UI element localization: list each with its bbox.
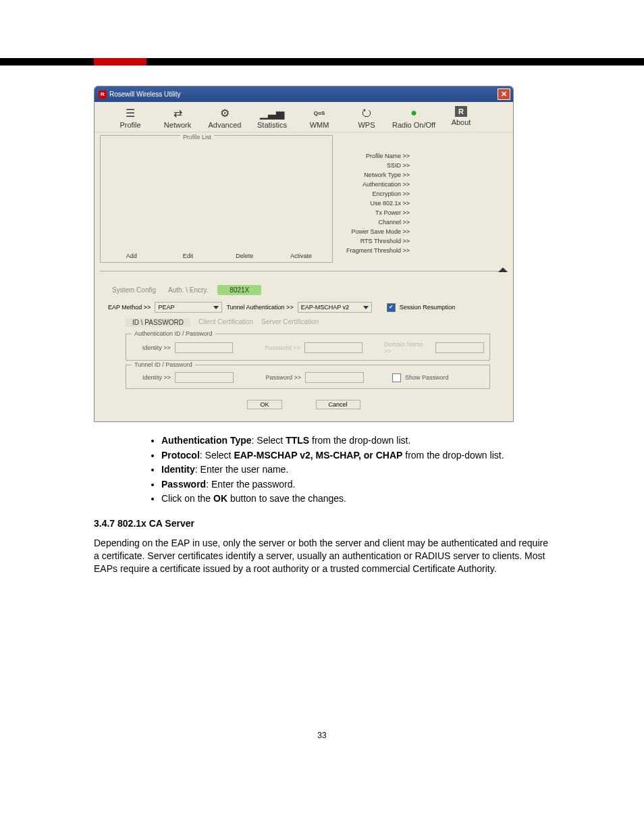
tab-about[interactable]: RAbout bbox=[437, 106, 485, 129]
tunnel-auth-label: Tunnel Authentication >> bbox=[226, 304, 293, 311]
tab-statistics[interactable]: ▁▃▅Statistics bbox=[248, 106, 296, 129]
list-item: Password: Enter the password. bbox=[161, 478, 550, 492]
tunnel-password-label: Password >> bbox=[262, 374, 301, 381]
gear-icon: ⚙ bbox=[217, 106, 232, 120]
qos-icon: QoS bbox=[312, 106, 327, 120]
auth-id-password-group: Authentication ID / Password Identity >>… bbox=[126, 334, 490, 361]
eap-method-label: EAP Method >> bbox=[108, 304, 151, 311]
title-bar: R Rosewill Wireless Utility ✕ bbox=[95, 86, 513, 102]
profile-icon: ☰ bbox=[123, 106, 138, 120]
auth-identity-input[interactable] bbox=[175, 342, 234, 353]
show-password-label: Show Password bbox=[405, 374, 449, 381]
edit-button[interactable]: Edit bbox=[165, 253, 212, 259]
subtab-server-cert[interactable]: Server Certification bbox=[261, 318, 319, 327]
divider bbox=[100, 271, 508, 278]
app-window: R Rosewill Wireless Utility ✕ ☰Profile ⇄… bbox=[94, 86, 514, 422]
tunnel-password-input[interactable] bbox=[305, 372, 364, 383]
auth-password-input[interactable] bbox=[304, 342, 363, 353]
tab-advanced[interactable]: ⚙Advanced bbox=[201, 106, 248, 129]
subtab-client-cert[interactable]: Client Certification bbox=[198, 318, 253, 327]
subtab-id-password[interactable]: ID \ PASSWORD bbox=[126, 318, 190, 327]
wps-icon: ⭮ bbox=[359, 106, 374, 120]
body-paragraph: Depending on the EAP in use, only the se… bbox=[94, 537, 550, 575]
ok-button[interactable]: OK bbox=[247, 400, 281, 409]
close-icon[interactable]: ✕ bbox=[498, 88, 510, 100]
add-button[interactable]: Add bbox=[108, 253, 155, 259]
main-toolbar: ☰Profile ⇄Network ⚙Advanced ▁▃▅Statistic… bbox=[95, 102, 513, 132]
tab-auth-encry[interactable]: Auth. \ Encry. bbox=[165, 285, 211, 295]
session-resumption-checkbox[interactable]: ✔ bbox=[387, 303, 396, 312]
tunnel-identity-input[interactable] bbox=[175, 372, 234, 383]
section-heading: 3.4.7 802.1x CA Server bbox=[94, 518, 550, 529]
window-title: Rosewill Wireless Utility bbox=[109, 90, 181, 98]
tunnel-identity-label: Identity >> bbox=[132, 374, 171, 381]
collapse-arrow-icon[interactable] bbox=[498, 267, 508, 272]
tunnel-group-legend: Tunnel ID / Password bbox=[132, 361, 195, 368]
tunnel-id-password-group: Tunnel ID / Password Identity >> Passwor… bbox=[126, 365, 490, 389]
list-item: Identity: Enter the user name. bbox=[161, 463, 550, 477]
page-number: 33 bbox=[94, 731, 550, 740]
tab-wmm[interactable]: QoSWMM bbox=[296, 106, 343, 129]
eap-method-dropdown[interactable]: PEAP bbox=[155, 302, 222, 313]
statistics-icon: ▁▃▅ bbox=[265, 106, 279, 120]
domain-name-input[interactable] bbox=[435, 342, 484, 353]
tab-system-config[interactable]: System Config bbox=[109, 285, 159, 295]
chevron-down-icon bbox=[213, 306, 219, 309]
session-resumption-label: Session Resumption bbox=[400, 304, 456, 311]
list-item: Protocol: Select EAP-MSCHAP v2, MS-CHAP,… bbox=[161, 449, 550, 463]
profile-list[interactable] bbox=[103, 145, 329, 250]
auth-password-label: Password >> bbox=[261, 344, 300, 351]
about-icon: R bbox=[455, 106, 467, 117]
list-item: Authentication Type: Select TTLS from th… bbox=[161, 434, 550, 448]
profile-list-panel: Profile List Add Edit Delete Activate bbox=[100, 135, 333, 263]
domain-name-label: Domain Name >> bbox=[384, 341, 431, 355]
auth-group-legend: Authentication ID / Password bbox=[132, 330, 215, 337]
cancel-button[interactable]: Cancel bbox=[316, 400, 360, 409]
tab-radio[interactable]: ●Radio On/Off bbox=[390, 106, 437, 129]
delete-button[interactable]: Delete bbox=[221, 253, 268, 259]
app-logo-icon: R bbox=[99, 90, 107, 99]
tab-profile[interactable]: ☰Profile bbox=[107, 106, 154, 129]
show-password-checkbox[interactable] bbox=[392, 373, 401, 382]
header-red-accent bbox=[94, 58, 146, 66]
tunnel-auth-dropdown[interactable]: EAP-MSCHAP v2 bbox=[298, 302, 372, 313]
tab-8021x[interactable]: 8021X bbox=[217, 285, 261, 295]
profile-details: Profile Name >> SSID >> Network Type >> … bbox=[333, 135, 508, 263]
chevron-down-icon bbox=[363, 306, 369, 309]
tab-wps[interactable]: ⭮WPS bbox=[343, 106, 390, 129]
list-item: Click on the OK button to save the chang… bbox=[161, 492, 550, 506]
network-icon: ⇄ bbox=[170, 106, 185, 120]
instruction-list: Authentication Type: Select TTLS from th… bbox=[134, 434, 550, 506]
page-header-bar bbox=[0, 58, 644, 66]
radio-icon: ● bbox=[406, 106, 421, 120]
tab-network[interactable]: ⇄Network bbox=[154, 106, 201, 129]
activate-button[interactable]: Activate bbox=[277, 253, 325, 259]
profile-list-legend: Profile List bbox=[180, 134, 214, 140]
auth-identity-label: Identity >> bbox=[132, 344, 171, 351]
